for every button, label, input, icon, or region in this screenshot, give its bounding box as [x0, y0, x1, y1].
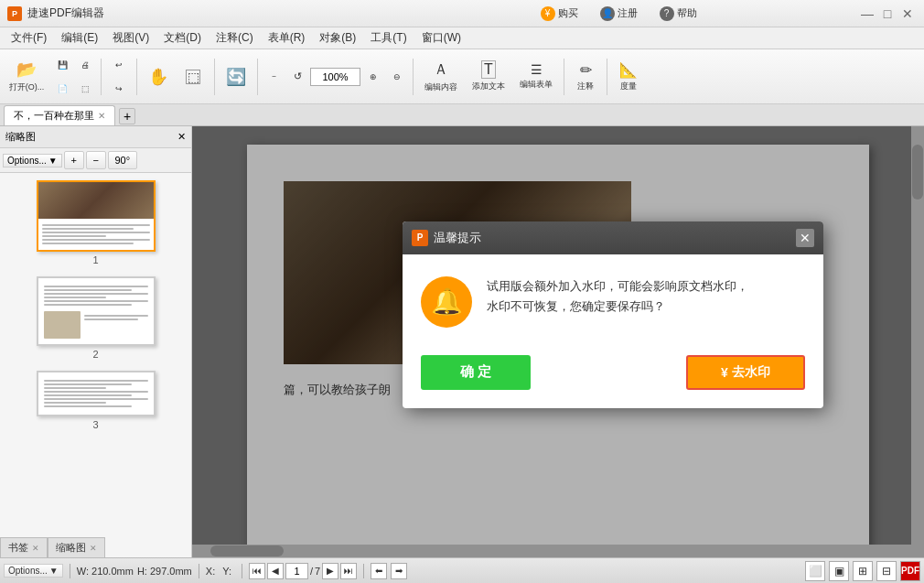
status-options-button[interactable]: Options... ▼ — [4, 564, 63, 578]
menu-edit[interactable]: 编辑(E) — [54, 28, 105, 48]
bottom-tabs: 书签 ✕ 缩略图 ✕ — [0, 537, 105, 557]
nav-first-button[interactable]: ⏮ — [249, 563, 265, 579]
buy-button[interactable]: ¥ 购买 — [535, 5, 584, 23]
view-mode-1-button[interactable]: ▣ — [829, 561, 849, 581]
nav-next-button[interactable]: ▶ — [322, 563, 338, 579]
page-number-input[interactable] — [285, 563, 308, 579]
doc-tab[interactable]: 不，一百种在那里 ✕ — [4, 105, 115, 125]
refresh-icon: 🔄 — [226, 67, 246, 87]
maximize-button[interactable]: □ — [878, 5, 897, 22]
measure-button[interactable]: 📐 度量 — [612, 53, 645, 101]
menu-tools[interactable]: 工具(T) — [363, 28, 414, 48]
hand-tool-button[interactable]: ✋ — [142, 53, 175, 101]
modal-close-button[interactable]: ✕ — [796, 229, 814, 247]
annotate-button[interactable]: ✏ 注释 — [569, 53, 602, 101]
sep3 — [214, 59, 215, 95]
thumb-image-1 — [37, 180, 156, 252]
minimize-button[interactable]: — — [858, 5, 876, 22]
page-thumb-3[interactable]: 3 — [37, 371, 156, 430]
print-button[interactable]: 🖨 — [74, 54, 96, 76]
sidebar-title: 缩略图 — [5, 130, 36, 144]
edit-content-icon: Ａ — [434, 60, 448, 80]
tab-close-button[interactable]: ✕ — [98, 111, 105, 121]
measure-label: 度量 — [620, 81, 637, 92]
modal-footer: 确 定 ¥ 去水印 — [403, 346, 823, 408]
sidebar-options-button[interactable]: Options... ▼ — [3, 154, 62, 167]
thumbnail-close-icon: ✕ — [90, 544, 97, 553]
zoom-out-icon: － — [270, 70, 278, 82]
edit-content-button[interactable]: Ａ 编辑内容 — [418, 53, 464, 101]
menu-window[interactable]: 窗口(W) — [414, 28, 468, 48]
open-button[interactable]: 📂 打开(O)... — [4, 53, 49, 101]
sep2 — [136, 59, 137, 95]
warning-modal: P 温馨提示 ✕ 🔔 试用版会额外加入水印，可能会影响原文档水印，水印不可恢复，… — [403, 221, 823, 408]
new-button[interactable]: 📄 — [51, 78, 73, 100]
edit-form-button[interactable]: ☰ 编辑表单 — [513, 53, 559, 101]
close-button[interactable]: ✕ — [898, 5, 917, 22]
nav-page-prev-button[interactable]: ⬅ — [371, 563, 387, 579]
sidebar-toolbar: Options... ▼ + − 90° — [0, 148, 191, 173]
sidebar-rotate-button[interactable]: 90° — [108, 151, 137, 169]
refresh-button[interactable]: 🔄 — [220, 53, 252, 101]
register-button[interactable]: 👤 注册 — [595, 5, 643, 23]
add-text-label: 添加文本 — [472, 81, 505, 92]
zoom-in-minus-button[interactable]: ⊖ — [386, 66, 408, 88]
fit-page-button[interactable]: ⬜ — [805, 561, 825, 581]
new-tab-button[interactable]: + — [119, 108, 135, 124]
page-thumb-2[interactable]: 2 — [37, 276, 156, 360]
edit-form-label: 编辑表单 — [520, 79, 553, 91]
thumb-image-3 — [37, 371, 156, 416]
bookmark-tab[interactable]: 书签 ✕ — [0, 537, 48, 557]
view-mode-3-button[interactable]: ⊟ — [876, 561, 897, 581]
yuan-icon: ¥ — [721, 365, 728, 380]
buy-icon: ¥ — [541, 6, 555, 21]
status-sep3 — [242, 564, 242, 578]
confirm-button[interactable]: 确 定 — [421, 355, 531, 390]
menu-document[interactable]: 文档(D) — [156, 28, 209, 48]
select-tool-button[interactable]: ⬚ — [177, 53, 210, 101]
other-button[interactable]: ⬚ — [74, 78, 96, 100]
modal-overlay: P 温馨提示 ✕ 🔔 试用版会额外加入水印，可能会影响原文档水印，水印不可恢复，… — [192, 126, 924, 557]
annotate-label: 注释 — [577, 81, 594, 92]
undo-button[interactable]: ↩ — [106, 54, 132, 76]
reg-icon: 👤 — [600, 6, 615, 21]
zoom-rotate-button[interactable]: ↺ — [286, 66, 308, 88]
page-thumb-1[interactable]: 1 — [37, 180, 156, 265]
nav-last-button[interactable]: ⏭ — [340, 563, 357, 579]
add-text-button[interactable]: T 添加文本 — [466, 53, 511, 101]
zoom-input[interactable] — [310, 68, 360, 86]
save-button[interactable]: 💾 — [51, 54, 73, 76]
menu-view[interactable]: 视图(V) — [105, 28, 156, 48]
menu-object[interactable]: 对象(B) — [312, 28, 363, 48]
sidebar-close-button[interactable]: ✕ — [177, 131, 186, 143]
remove-watermark-button[interactable]: ¥ 去水印 — [686, 355, 805, 390]
annotate-icon: ✏ — [580, 61, 592, 79]
status-sep1 — [70, 564, 70, 578]
view-mode-2-button[interactable]: ⊞ — [853, 561, 873, 581]
print-icon: 🖨 — [81, 60, 90, 70]
redo-button[interactable]: ↪ — [106, 78, 132, 100]
edit-content-label: 编辑内容 — [424, 81, 457, 93]
sidebar-header: 缩略图 ✕ — [0, 126, 191, 148]
sidebar-zoom-out-button[interactable]: − — [86, 151, 106, 169]
content-area: 篇，可以教给孩子朗 P 温馨提示 — [192, 126, 924, 557]
zoom-in-plus-icon: ⊕ — [370, 72, 377, 81]
zoom-out-button[interactable]: － — [263, 66, 285, 88]
help-button[interactable]: ? 帮助 — [654, 5, 703, 23]
zoom-in-plus-button[interactable]: ⊕ — [362, 66, 384, 88]
nav-page-next-button[interactable]: ➡ — [391, 563, 407, 579]
menu-annotation[interactable]: 注释(C) — [209, 28, 261, 48]
sidebar-zoom-in-button[interactable]: + — [64, 151, 84, 169]
status-bar: Options... ▼ W: 210.0mm H: 297.0mm X: Y:… — [0, 557, 924, 583]
modal-title-bar: P 温馨提示 ✕ — [403, 221, 823, 254]
status-right: ⬜ ▣ ⊞ ⊟ PDF — [805, 561, 920, 581]
page-sep: / — [310, 566, 313, 577]
nav-prev-button[interactable]: ◀ — [267, 563, 284, 579]
select-icon: ⬚ — [186, 70, 200, 84]
modal-body: 🔔 试用版会额外加入水印，可能会影响原文档水印，水印不可恢复，您确定要保存吗？ — [403, 254, 823, 346]
menu-file[interactable]: 文件(F) — [4, 28, 54, 48]
thumbnail-tab[interactable]: 缩略图 ✕ — [48, 537, 105, 557]
menu-table[interactable]: 表单(R) — [261, 28, 313, 48]
app-title: 捷速PDF编辑器 — [27, 5, 104, 21]
pdf-icon-button[interactable]: PDF — [900, 561, 920, 581]
